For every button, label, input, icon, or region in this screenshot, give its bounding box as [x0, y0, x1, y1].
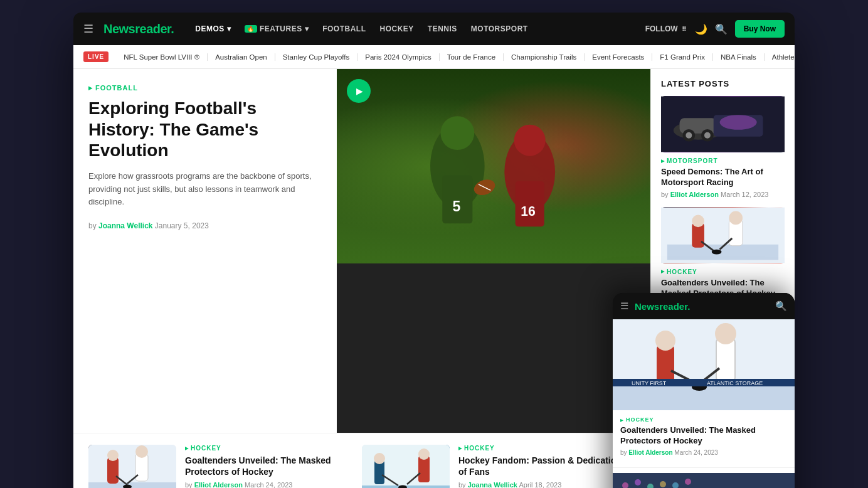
svg-point-16	[685, 132, 692, 139]
grid-hockey-svg-2	[362, 445, 450, 488]
svg-point-71	[715, 323, 736, 344]
grid-item-1-author[interactable]: Elliot Alderson	[194, 481, 243, 488]
svg-rect-31	[107, 457, 119, 484]
svg-text:5: 5	[453, 198, 461, 215]
ticker-nba[interactable]: NBA Finals	[713, 53, 765, 61]
ticker-championship[interactable]: Championship Trails	[504, 53, 585, 61]
grid-item-2-image	[362, 445, 450, 488]
grid-item-1-title: Goaltenders Unveiled: The Masked Protect…	[185, 455, 352, 477]
mobile-hamburger-icon[interactable]: ☰	[620, 300, 628, 312]
play-button[interactable]	[347, 79, 371, 103]
featured-article-left: FOOTBALL Exploring Football's History: T…	[73, 69, 337, 433]
ticker-tour[interactable]: Tour de France	[440, 53, 504, 61]
svg-text:UNITY FIRST: UNITY FIRST	[632, 380, 667, 386]
grid-item-1-tag[interactable]: HOCKEY	[185, 445, 352, 452]
grid-item-1-content: HOCKEY Goaltenders Unveiled: The Masked …	[185, 445, 352, 488]
mobile-hockey-svg: UNITY FIRST ATLANTIC STORAGE	[613, 319, 795, 410]
article-meta: by Joanna Wellick January 5, 2023	[88, 221, 322, 230]
motorsport-svg	[661, 96, 785, 152]
grid-item-1: HOCKEY Goaltenders Unveiled: The Masked …	[88, 433, 362, 488]
article-grid: HOCKEY Goaltenders Unveiled: The Masked …	[73, 433, 650, 488]
hero-svg: 5 16	[337, 69, 650, 263]
mobile-navbar: ☰ Newsreader. 🔍	[613, 293, 795, 319]
mobile-second-image: UNITY FIRST ATLANTIC SELF STORAGE	[613, 473, 795, 488]
mobile-overlay: ☰ Newsreader. 🔍	[613, 293, 795, 488]
buy-now-button[interactable]: Buy Now	[735, 20, 785, 38]
mobile-hockey-author[interactable]: Elliot Alderson	[628, 449, 672, 456]
article-date: January 5, 2023	[155, 221, 209, 230]
ticker-bar: LIVE NFL Super Bowl LVIII ® Australian O…	[73, 45, 795, 69]
follow-button[interactable]: FOLLOW ⠿	[645, 24, 687, 33]
mobile-logo[interactable]: Newsreader.	[635, 301, 690, 312]
mobile-hockey-meta: by Elliot Alderson March 24, 2023	[620, 449, 787, 456]
mobile-search-icon[interactable]: 🔍	[775, 300, 787, 312]
dark-mode-icon[interactable]: 🌙	[695, 23, 707, 35]
grid-item-2-author[interactable]: Joanna Wellick	[468, 481, 517, 488]
ticker-f1[interactable]: F1 Grand Prix	[652, 53, 713, 61]
svg-point-23	[692, 215, 704, 227]
live-badge: LIVE	[83, 51, 109, 62]
sidebar-post-1-tag[interactable]: MOTORSPORT	[661, 157, 785, 164]
svg-point-82	[635, 479, 641, 485]
site-logo[interactable]: Newsreader.	[103, 22, 174, 36]
article-category-tag[interactable]: FOOTBALL	[88, 84, 322, 92]
hero-image-area: 5 16	[337, 69, 650, 433]
nav-item-hockey[interactable]: HOCKEY	[373, 21, 420, 37]
svg-point-69	[655, 331, 675, 351]
ticker-ausopen[interactable]: Australian Open	[208, 53, 275, 61]
svg-point-32	[107, 450, 119, 461]
svg-point-86	[685, 479, 691, 485]
mobile-hockey-title: Goaltenders Unveiled: The Masked Protect…	[620, 425, 787, 447]
svg-point-34	[135, 445, 148, 458]
sidebar-post-2-image	[661, 207, 785, 263]
grid-item-2-tag[interactable]: HOCKEY	[458, 445, 625, 452]
latest-posts-heading: LATEST POSTS	[661, 79, 785, 88]
svg-point-19	[720, 115, 757, 130]
article-title: Exploring Football's History: The Game's…	[88, 98, 322, 161]
svg-point-41	[374, 453, 385, 464]
grid-item-2-content: HOCKEY Hockey Fandom: Passion & Dedicati…	[458, 445, 625, 488]
ticker-forecasts[interactable]: Event Forecasts	[585, 53, 652, 61]
sidebar-post-1-title: Speed Demons: The Art of Motorsport Raci…	[661, 167, 785, 188]
grid-item-2-title: Hockey Fandom: Passion & Dedication of F…	[458, 455, 625, 477]
nav-item-features[interactable]: 🔥 FEATURES ▾	[238, 21, 315, 37]
mobile-hockey-tag[interactable]: HOCKEY	[620, 416, 787, 423]
article-description: Explore how grassroots programs are the …	[88, 170, 322, 209]
sidebar-post-1-image	[661, 96, 785, 152]
grid-item-1-date: March 24, 2023	[245, 481, 292, 488]
nav-item-motorsport[interactable]: MOTORSPORT	[465, 21, 534, 37]
nav-item-demos[interactable]: DEMOS ▾	[189, 21, 237, 37]
grid-item-2-meta: by Joanna Wellick April 18, 2023	[458, 481, 625, 488]
mobile-divider	[613, 467, 795, 468]
nav-menu: DEMOS ▾ 🔥 FEATURES ▾ FOOTBALL HOCKEY TEN…	[189, 21, 534, 37]
svg-text:16: 16	[521, 204, 536, 218]
grid-hockey-svg-1	[88, 445, 176, 488]
sidebar-post-1-date: March 12, 2023	[721, 191, 768, 198]
svg-point-2	[440, 116, 474, 150]
svg-rect-42	[418, 456, 430, 482]
svg-point-17	[704, 132, 711, 139]
hero-image: 5 16	[337, 69, 650, 263]
mobile-hockey-date: March 24, 2023	[674, 449, 718, 456]
sidebar-post-2-tag[interactable]: HOCKEY	[661, 268, 785, 275]
ticker-athlete[interactable]: Athlete Profiles	[765, 53, 795, 61]
nav-item-football[interactable]: FOOTBALL	[316, 21, 372, 37]
ticker-olympics[interactable]: Paris 2024 Olympics	[357, 53, 439, 61]
search-icon[interactable]: 🔍	[715, 23, 728, 35]
svg-point-6	[514, 125, 546, 156]
hockey-svg-1	[661, 207, 785, 263]
mobile-content: UNITY FIRST ATLANTIC STORAGE HOCKEY Goal…	[613, 319, 795, 488]
article-author[interactable]: Joanna Wellick	[98, 221, 152, 230]
svg-rect-29	[88, 445, 176, 488]
ticker-nfl[interactable]: NFL Super Bowl LVIII ®	[116, 53, 208, 61]
sidebar-post-1-author[interactable]: Elliot Alderson	[670, 191, 719, 198]
svg-point-84	[660, 481, 666, 487]
mobile-hockey-image: UNITY FIRST ATLANTIC STORAGE	[613, 319, 795, 410]
mobile-second-svg: UNITY FIRST ATLANTIC SELF STORAGE	[613, 473, 795, 488]
browser-window: ☰ Newsreader. DEMOS ▾ 🔥 FEATURES ▾ FOOTB…	[73, 13, 795, 488]
hamburger-icon[interactable]: ☰	[83, 22, 93, 36]
svg-text:ATLANTIC STORAGE: ATLANTIC STORAGE	[707, 380, 763, 386]
ticker-stanley[interactable]: Stanley Cup Playoffs	[275, 53, 358, 61]
nav-item-tennis[interactable]: TENNIS	[421, 21, 463, 37]
sidebar-post-1-meta: by Elliot Alderson March 12, 2023	[661, 191, 785, 198]
